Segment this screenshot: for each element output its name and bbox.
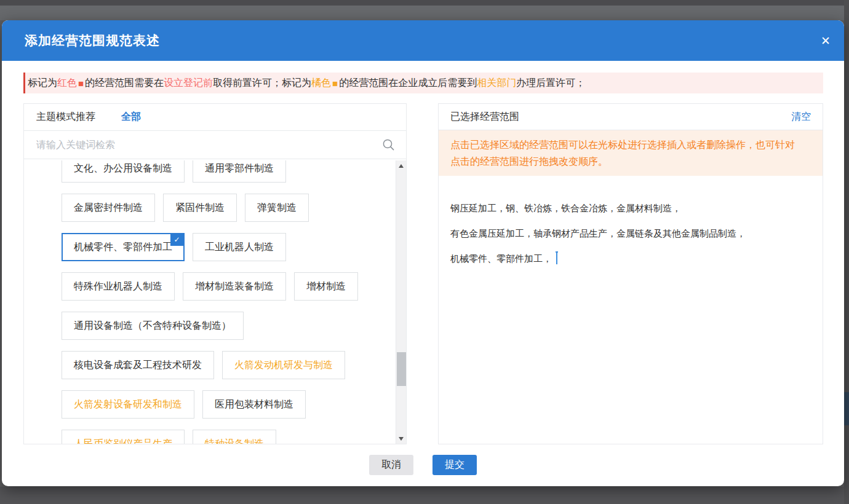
tag-row: 通用设备制造（不含特种设备制造） xyxy=(62,312,396,340)
tag-rows: 文化、办公用设备制造通用零部件制造金属密封件制造紧固件制造弹簧制造机械零件、零部… xyxy=(24,160,396,444)
scope-tag[interactable]: 通用设备制造（不含特种设备制造） xyxy=(62,312,244,340)
scope-tag[interactable]: 弹簧制造 xyxy=(245,194,309,222)
selected-scope-panel: 已选择经营范围 清空 点击已选择区域的经营范围可以在光标处进行选择插入或者删除操… xyxy=(438,103,823,444)
scroll-down-button[interactable] xyxy=(396,433,406,444)
dialog-footer: 取消 提交 xyxy=(2,455,844,475)
catalog-tabs: 主题模式推荐 全部 xyxy=(24,104,406,131)
selected-scope-list: 钢压延加工，钢、铁冶炼，铁合金冶炼，金属材料制造，有色金属压延加工，轴承钢材产品… xyxy=(439,176,823,265)
scope-catalog-panel: 主题模式推荐 全部 文化、办公用设备制造通用零部件制造金属密封件制造紧固件制造弹… xyxy=(23,103,407,444)
cancel-button[interactable]: 取消 xyxy=(369,455,413,475)
scope-tag[interactable]: 金属密封件制造 xyxy=(62,194,155,222)
tab-all[interactable]: 全部 xyxy=(121,111,141,124)
tab-theme-recommend[interactable]: 主题模式推荐 xyxy=(36,111,95,124)
legend-orange-term: 相关部门 xyxy=(477,77,516,90)
scope-tag[interactable]: 机械零件、零部件加工✓ xyxy=(62,233,185,261)
scope-tag[interactable]: 增材制造 xyxy=(294,272,358,301)
clear-all-link[interactable]: 清空 xyxy=(791,111,811,124)
dimmed-page-bottom xyxy=(0,487,849,504)
legend-text: 标记为 xyxy=(28,77,57,90)
legend-text: 办理后置许可； xyxy=(516,77,585,90)
tag-row: 人民币鉴别仪产品生产特种设备制造 xyxy=(62,430,396,444)
search-bar xyxy=(24,131,406,159)
selected-scope-line[interactable]: 机械零件、零部件加工， xyxy=(450,253,811,265)
selected-scope-line[interactable]: 有色金属压延加工，轴承钢材产品生产，金属链条及其他金属制品制造， xyxy=(450,227,811,240)
tag-list-scrollbar[interactable] xyxy=(396,160,406,444)
scope-tag[interactable]: 火箭发动机研发与制造 xyxy=(222,351,345,379)
tag-row: 火箭发射设备研发和制造医用包装材料制造 xyxy=(62,390,396,419)
scope-tag[interactable]: 紧固件制造 xyxy=(163,194,237,222)
selection-hint: 点击已选择区域的经营范围可以在光标处进行选择插入或者删除操作，也可针对点击的经营… xyxy=(439,130,823,176)
selected-scope-header: 已选择经营范围 清空 xyxy=(439,104,823,130)
tag-row: 文化、办公用设备制造通用零部件制造 xyxy=(62,160,396,183)
dialog-header: 添加经营范围规范表述 ✕ xyxy=(2,20,844,61)
scrollbar-thumb[interactable] xyxy=(397,352,406,386)
scope-tag[interactable]: 增材制造装备制造 xyxy=(183,272,286,301)
scope-tag[interactable]: 工业机器人制造 xyxy=(193,233,286,261)
dimmed-page-top xyxy=(0,0,849,20)
tag-row: 核电设备成套及工程技术研发火箭发动机研发与制造 xyxy=(62,351,396,379)
browser-scrollbar-thumb[interactable] xyxy=(844,392,849,425)
permission-legend-notice: 标记为 红色 ■ 的经营范围需要在 设立登记前 取得前置许可；标记为 橘色 ■ … xyxy=(23,73,823,93)
red-square-icon: ■ xyxy=(78,78,84,89)
selected-scope-line[interactable]: 钢压延加工，钢、铁冶炼，铁合金冶炼，金属材料制造， xyxy=(450,202,811,215)
tag-scroll-viewport: 文化、办公用设备制造通用零部件制造金属密封件制造紧固件制造弹簧制造机械零件、零部… xyxy=(24,160,396,444)
arrow-up-icon xyxy=(399,164,404,168)
selected-scope-title: 已选择经营范围 xyxy=(450,111,519,124)
scope-tag[interactable]: 人民币鉴别仪产品生产 xyxy=(62,430,185,444)
scope-tag[interactable]: 特种设备制造 xyxy=(193,430,276,444)
legend-orange-label: 橘色 xyxy=(311,77,331,90)
scroll-up-button[interactable] xyxy=(396,160,406,171)
legend-text: 的经营范围在企业成立后需要到 xyxy=(339,77,477,90)
text-cursor xyxy=(556,253,557,264)
tag-row: 特殊作业机器人制造增材制造装备制造增材制造 xyxy=(62,272,396,301)
scope-tag[interactable]: 文化、办公用设备制造 xyxy=(62,160,185,183)
check-icon: ✓ xyxy=(170,234,183,246)
scope-tag[interactable]: 火箭发射设备研发和制造 xyxy=(62,390,194,419)
legend-red-label: 红色 xyxy=(57,77,77,90)
arrow-down-icon xyxy=(399,437,404,441)
search-icon[interactable] xyxy=(382,138,395,151)
legend-text: 取得前置许可；标记为 xyxy=(213,77,311,90)
browser-scrollbar[interactable] xyxy=(844,0,849,504)
dialog-title: 添加经营范围规范表述 xyxy=(25,32,160,49)
orange-square-icon: ■ xyxy=(332,78,338,89)
scope-tag[interactable]: 特殊作业机器人制造 xyxy=(62,272,175,301)
submit-button[interactable]: 提交 xyxy=(432,455,477,475)
scope-tag[interactable]: 通用零部件制造 xyxy=(193,160,286,183)
legend-red-term: 设立登记前 xyxy=(164,77,213,90)
tag-row: 机械零件、零部件加工✓工业机器人制造 xyxy=(62,233,396,261)
search-input[interactable] xyxy=(36,140,382,151)
scope-tag[interactable]: 医用包装材料制造 xyxy=(202,390,306,419)
add-business-scope-dialog: 添加经营范围规范表述 ✕ 标记为 红色 ■ 的经营范围需要在 设立登记前 取得前… xyxy=(2,20,844,486)
tag-row: 金属密封件制造紧固件制造弹簧制造 xyxy=(62,194,396,222)
scope-tag[interactable]: 核电设备成套及工程技术研发 xyxy=(62,351,214,379)
close-icon[interactable]: ✕ xyxy=(821,35,831,47)
legend-text: 的经营范围需要在 xyxy=(85,77,164,90)
